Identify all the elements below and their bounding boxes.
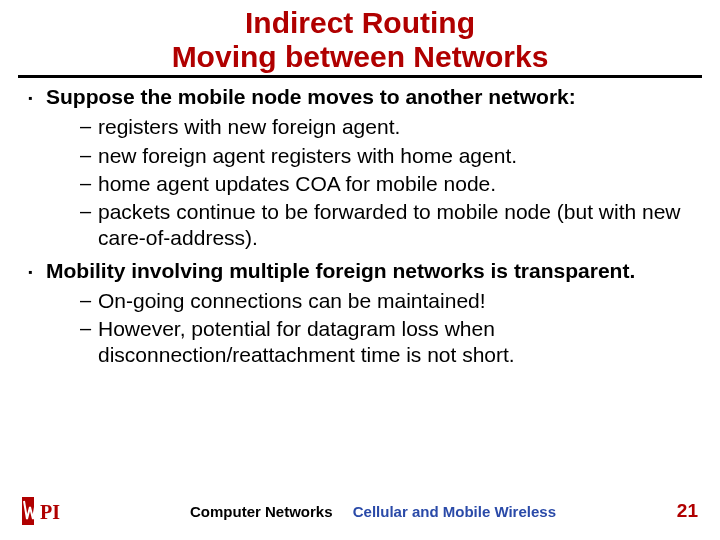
list-item: – On-going connections can be maintained…	[80, 288, 692, 314]
dash-bullet-icon: –	[80, 143, 98, 169]
bullet-1-text: Suppose the mobile node moves to another…	[46, 84, 692, 110]
sub-text: home agent updates COA for mobile node.	[98, 171, 692, 197]
bullet-2: ▪ Mobility involving multiple foreign ne…	[28, 258, 692, 284]
square-bullet-icon: ▪	[28, 258, 46, 284]
square-bullet-icon: ▪	[28, 84, 46, 110]
sub-text: new foreign agent registers with home ag…	[98, 143, 692, 169]
bullet-1: ▪ Suppose the mobile node moves to anoth…	[28, 84, 692, 110]
dash-bullet-icon: –	[80, 288, 98, 314]
slide-footer: PI Computer Networks Cellular and Mobile…	[0, 490, 720, 532]
dash-bullet-icon: –	[80, 316, 98, 369]
bullet-1-sublist: – registers with new foreign agent. – ne…	[80, 114, 692, 251]
slide-body: ▪ Suppose the mobile node moves to anoth…	[18, 78, 702, 369]
title-line-2: Moving between Networks	[172, 40, 549, 73]
footer-text-1: Computer Networks	[190, 503, 333, 520]
sub-text: registers with new foreign agent.	[98, 114, 692, 140]
bullet-2-sublist: – On-going connections can be maintained…	[80, 288, 692, 369]
sub-text: However, potential for datagram loss whe…	[98, 316, 692, 369]
wpi-logo: PI	[22, 497, 82, 525]
dash-bullet-icon: –	[80, 171, 98, 197]
footer-text-2: Cellular and Mobile Wireless	[353, 503, 556, 520]
list-item: – home agent updates COA for mobile node…	[80, 171, 692, 197]
footer-center: Computer Networks Cellular and Mobile Wi…	[82, 503, 664, 520]
title-line-1: Indirect Routing	[245, 6, 475, 39]
slide: Indirect Routing Moving between Networks…	[0, 0, 720, 540]
dash-bullet-icon: –	[80, 114, 98, 140]
dash-bullet-icon: –	[80, 199, 98, 252]
list-item: – However, potential for datagram loss w…	[80, 316, 692, 369]
sub-text: packets continue to be forwarded to mobi…	[98, 199, 692, 252]
svg-text:PI: PI	[40, 501, 60, 523]
list-item: – registers with new foreign agent.	[80, 114, 692, 140]
slide-title: Indirect Routing Moving between Networks	[18, 6, 702, 73]
list-item: – new foreign agent registers with home …	[80, 143, 692, 169]
wpi-logo-icon: PI	[22, 497, 82, 525]
page-number: 21	[664, 500, 698, 522]
bullet-2-text: Mobility involving multiple foreign netw…	[46, 258, 692, 284]
sub-text: On-going connections can be maintained!	[98, 288, 692, 314]
list-item: – packets continue to be forwarded to mo…	[80, 199, 692, 252]
